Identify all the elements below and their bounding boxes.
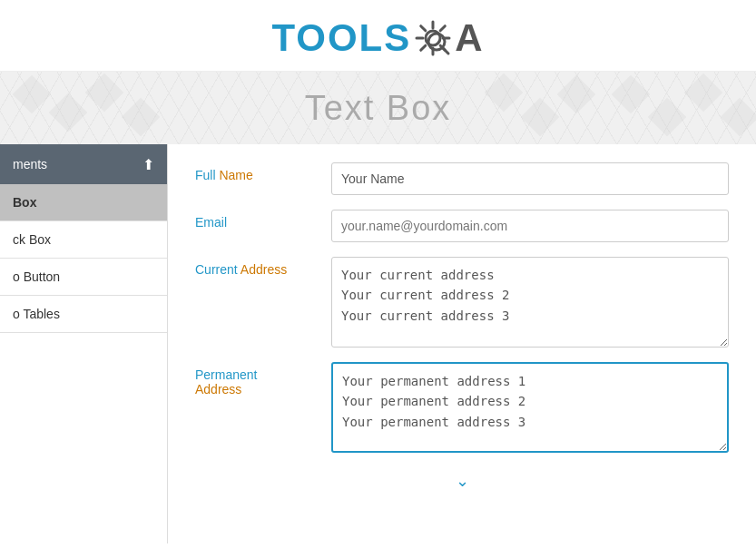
sidebar: ments ⬆ Box ck Box o Button o Tables	[0, 144, 168, 543]
full-name-input[interactable]	[331, 162, 729, 195]
sidebar-item-checkbox-label: ck Box	[13, 232, 51, 247]
full-name-row: Full Name	[195, 162, 729, 195]
sidebar-item-radio-button[interactable]: o Button	[0, 259, 167, 296]
permanent-address-label: PermanentAddress	[195, 362, 331, 396]
chevron-down-icon: ⌄	[456, 471, 469, 491]
main-layout: ments ⬆ Box ck Box o Button o Tables Ful…	[0, 144, 756, 543]
email-label: Email	[195, 210, 331, 230]
permanent-address-row: PermanentAddress Your permanent address …	[195, 362, 729, 453]
current-address-label: Current Address	[195, 257, 331, 277]
sidebar-header-label: ments	[13, 157, 47, 171]
sidebar-item-tables-label: o Tables	[13, 307, 60, 321]
logo-tools-text: TOOLS	[271, 16, 411, 60]
hero-banner: Text Box	[0, 72, 756, 144]
sidebar-item-radio-button-label: o Button	[13, 269, 60, 284]
sidebar-header: ments ⬆	[0, 144, 167, 184]
sidebar-item-tables[interactable]: o Tables	[0, 296, 167, 333]
svg-line-7	[440, 26, 445, 31]
current-address-row: Current Address Your current address You…	[195, 257, 729, 348]
form-content: Full Name Email Current Address Your cur…	[168, 144, 756, 543]
scroll-indicator: ⌄	[195, 467, 729, 494]
email-input[interactable]	[331, 210, 729, 242]
svg-line-5	[421, 26, 426, 31]
upload-icon: ⬆	[142, 156, 154, 173]
full-name-label: Full Name	[195, 162, 331, 182]
sidebar-item-checkbox[interactable]: ck Box	[0, 221, 167, 259]
hero-title: Text Box	[305, 89, 452, 128]
permanent-address-input[interactable]: Your permanent address 1 Your permanent …	[331, 362, 729, 453]
current-address-input[interactable]: Your current address Your current addres…	[331, 257, 729, 348]
logo-qa-text: A	[455, 16, 484, 60]
sidebar-item-box-label: Box	[13, 195, 36, 210]
email-row: Email	[195, 210, 729, 242]
logo-gear-icon	[413, 18, 453, 58]
svg-line-8	[421, 45, 426, 50]
logo: TOOLS A	[271, 16, 484, 60]
svg-line-10	[442, 47, 448, 54]
sidebar-item-box[interactable]: Box	[0, 184, 167, 221]
header: TOOLS A	[0, 0, 756, 72]
